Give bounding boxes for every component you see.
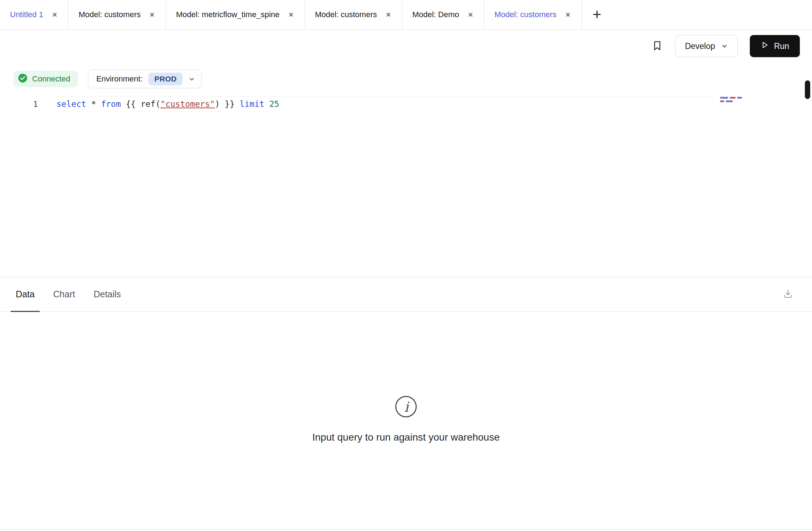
results-tab-label: Details xyxy=(94,289,121,299)
tab-model-customers-3[interactable]: Model: customers ✕ xyxy=(484,0,582,29)
develop-label: Develop xyxy=(685,41,715,51)
code-token: ref( xyxy=(140,99,160,109)
tab-model-demo[interactable]: Model: Demo ✕ xyxy=(402,0,485,29)
minimap xyxy=(720,97,754,104)
run-label: Run xyxy=(774,41,789,51)
tab-label: Model: metricflow_time_spine xyxy=(176,10,279,19)
results-panel: Data Chart Details i Input query to run … xyxy=(0,277,812,531)
bookmark-icon xyxy=(652,40,663,53)
tab-untitled-1[interactable]: Untitled 1 ✕ xyxy=(0,0,69,29)
tab-model-customers-1[interactable]: Model: customers ✕ xyxy=(69,0,166,29)
code-token-ref-link[interactable]: "customers" xyxy=(160,99,215,109)
environment-label: Environment: xyxy=(96,74,143,84)
editor-gutter: 1 xyxy=(0,96,52,112)
tab-label: Model: customers xyxy=(315,10,377,19)
sql-editor[interactable]: 1 select * from {{ ref("customers") }} l… xyxy=(0,96,812,277)
download-icon xyxy=(783,288,793,300)
code-token: ) }} xyxy=(215,99,239,109)
tab-label: Untitled 1 xyxy=(10,10,43,19)
tab-details[interactable]: Details xyxy=(89,277,126,311)
code-line[interactable]: select * from {{ ref("customers") }} lim… xyxy=(52,96,716,112)
code-token: select xyxy=(56,99,86,109)
add-tab-button[interactable]: + xyxy=(582,0,612,29)
develop-dropdown[interactable]: Develop xyxy=(675,35,737,57)
close-tab-icon[interactable]: ✕ xyxy=(385,11,392,19)
results-tab-label: Chart xyxy=(53,289,75,299)
results-tab-bar: Data Chart Details xyxy=(0,277,812,312)
code-token: 25 xyxy=(269,99,279,109)
toolbar: Develop Run xyxy=(0,30,812,63)
close-tab-icon[interactable]: ✕ xyxy=(51,11,58,19)
code-area[interactable]: select * from {{ ref("customers") }} lim… xyxy=(52,96,812,112)
info-icon: i xyxy=(395,395,417,420)
status-row: Connected Environment: PROD xyxy=(14,70,812,88)
empty-state-message: Input query to run against your warehous… xyxy=(312,432,500,443)
tab-chart[interactable]: Chart xyxy=(48,277,80,311)
close-tab-icon[interactable]: ✕ xyxy=(287,11,294,19)
close-tab-icon[interactable]: ✕ xyxy=(467,11,474,19)
code-token: * xyxy=(86,99,101,109)
check-circle-icon xyxy=(18,73,28,85)
bottom-divider xyxy=(0,530,812,530)
run-button[interactable]: Run xyxy=(750,35,800,57)
code-token: from xyxy=(101,99,121,109)
minimap-mark xyxy=(737,97,742,99)
tab-model-metricflow-time-spine[interactable]: Model: metricflow_time_spine ✕ xyxy=(166,0,305,29)
chevron-down-icon xyxy=(188,76,195,83)
environment-selector[interactable]: Environment: PROD xyxy=(88,70,202,88)
minimap-mark xyxy=(720,100,724,102)
line-number: 1 xyxy=(33,100,38,109)
app-window: Untitled 1 ✕ Model: customers ✕ Model: m… xyxy=(0,0,812,531)
tab-label: Model: Demo xyxy=(412,10,459,19)
editor-tab-bar: Untitled 1 ✕ Model: customers ✕ Model: m… xyxy=(0,0,812,30)
code-token: limit xyxy=(239,99,264,109)
scrollbar-thumb[interactable] xyxy=(805,80,810,99)
bookmark-button[interactable] xyxy=(652,40,663,53)
minimap-mark xyxy=(730,97,736,99)
minimap-mark xyxy=(726,100,733,102)
code-token: {{ xyxy=(121,99,140,109)
code-token xyxy=(264,99,269,109)
play-icon xyxy=(761,41,769,51)
tab-data[interactable]: Data xyxy=(11,277,40,311)
results-tab-label: Data xyxy=(16,289,35,299)
tab-label: Model: customers xyxy=(494,10,556,19)
close-tab-icon[interactable]: ✕ xyxy=(149,11,156,19)
empty-state: i Input query to run against your wareho… xyxy=(0,312,812,443)
tab-model-customers-2[interactable]: Model: customers ✕ xyxy=(305,0,402,29)
minimap-mark xyxy=(720,97,728,99)
close-tab-icon[interactable]: ✕ xyxy=(564,11,571,19)
connection-status-label: Connected xyxy=(32,74,70,84)
svg-text:i: i xyxy=(404,399,410,415)
download-button[interactable] xyxy=(783,288,793,300)
chevron-down-icon xyxy=(721,43,728,50)
tab-label: Model: customers xyxy=(79,10,141,19)
connection-status-badge: Connected xyxy=(14,71,78,87)
environment-badge: PROD xyxy=(148,73,183,85)
